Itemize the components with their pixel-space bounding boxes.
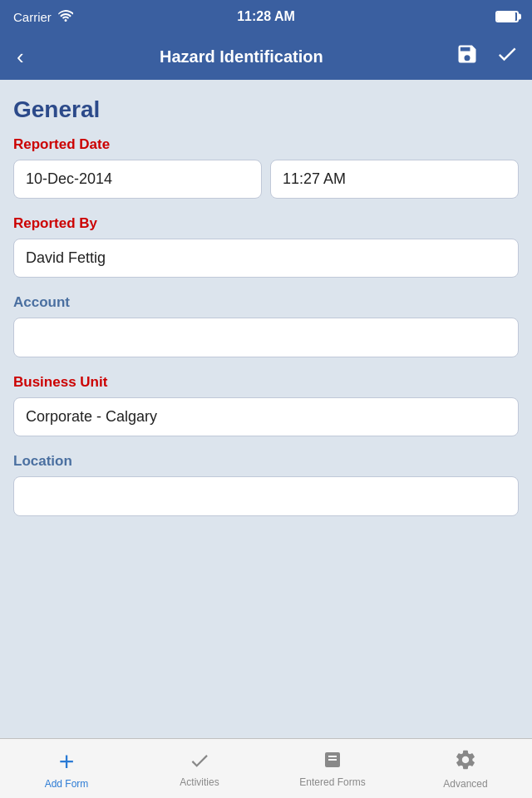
- reported-by-label: Reported By: [13, 215, 519, 232]
- advanced-label: Advanced: [443, 778, 487, 790]
- tab-entered-forms[interactable]: Entered Forms: [266, 743, 399, 795]
- status-bar: Carrier 11:28 AM: [0, 0, 532, 33]
- nav-bar: ‹ Hazard Identification: [0, 33, 532, 80]
- carrier-label: Carrier: [13, 10, 52, 24]
- status-bar-left: Carrier: [13, 10, 73, 24]
- account-input[interactable]: [13, 318, 519, 357]
- tab-activities[interactable]: Activities: [133, 743, 266, 795]
- activities-icon: [188, 750, 211, 773]
- reported-date-group: Reported Date 10-Dec-2014 11:27 AM: [13, 136, 519, 199]
- tab-bar: + Add Form Activities Entered Forms Adva…: [0, 738, 532, 798]
- tab-advanced[interactable]: Advanced: [399, 741, 532, 796]
- location-input[interactable]: [13, 476, 519, 516]
- battery-icon: [495, 11, 519, 22]
- activities-label: Activities: [180, 776, 219, 788]
- save-button[interactable]: [452, 39, 482, 74]
- reported-by-group: Reported By David Fettig: [13, 215, 519, 278]
- location-group: Location: [13, 453, 519, 516]
- account-label: Account: [13, 294, 519, 311]
- reported-date-input[interactable]: 10-Dec-2014: [13, 160, 262, 199]
- location-label: Location: [13, 453, 519, 470]
- reported-date-label: Reported Date: [13, 136, 519, 153]
- tab-add-form[interactable]: + Add Form: [0, 741, 133, 796]
- business-unit-label: Business Unit: [13, 374, 519, 391]
- form-content: General Reported Date 10-Dec-2014 11:27 …: [0, 80, 532, 738]
- wifi-icon: [58, 10, 73, 24]
- nav-title: Hazard Identification: [31, 47, 452, 66]
- account-group: Account: [13, 294, 519, 357]
- section-title: General: [13, 96, 519, 123]
- nav-actions: [452, 39, 522, 74]
- confirm-button[interactable]: [492, 39, 522, 74]
- add-form-icon: +: [59, 748, 75, 775]
- entered-forms-icon: [321, 750, 344, 773]
- add-form-label: Add Form: [45, 778, 89, 790]
- back-button[interactable]: ‹: [10, 41, 31, 73]
- business-unit-input[interactable]: Corporate - Calgary: [13, 397, 519, 436]
- entered-forms-label: Entered Forms: [299, 776, 365, 788]
- status-bar-time: 11:28 AM: [237, 9, 295, 24]
- reported-by-input[interactable]: David Fettig: [13, 239, 519, 278]
- advanced-icon: [454, 748, 477, 775]
- business-unit-group: Business Unit Corporate - Calgary: [13, 374, 519, 436]
- reported-date-row: 10-Dec-2014 11:27 AM: [13, 160, 519, 199]
- reported-time-input[interactable]: 11:27 AM: [270, 160, 519, 199]
